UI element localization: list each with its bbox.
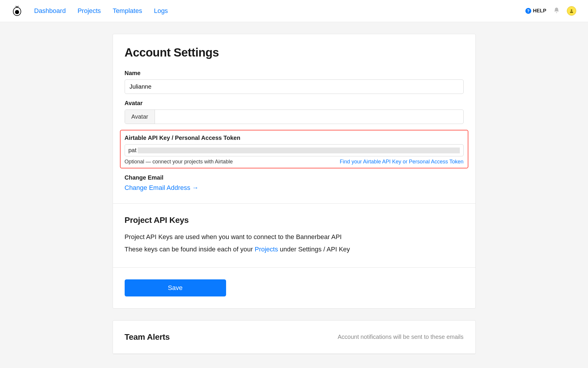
api-keys-desc-prefix: These keys can be found inside each of y… <box>125 246 255 253</box>
settings-card: Account Settings Name Avatar Avatar Airt… <box>113 34 476 309</box>
avatar-button[interactable]: Avatar <box>125 110 155 124</box>
help-label: HELP <box>533 8 546 14</box>
avatar-upload: Avatar <box>125 110 464 124</box>
api-keys-title: Project API Keys <box>125 216 464 225</box>
help-button[interactable]: ? HELP <box>525 8 546 14</box>
nav-projects[interactable]: Projects <box>78 7 101 15</box>
page-title: Account Settings <box>125 46 464 59</box>
nav-links: Dashboard Projects Templates Logs <box>34 7 168 15</box>
alerts-title: Team Alerts <box>125 332 170 342</box>
name-label: Name <box>125 70 464 77</box>
airtable-helper-row: Optional — connect your projects with Ai… <box>125 159 464 165</box>
airtable-input[interactable]: pat <box>125 144 464 156</box>
nav-right: ? HELP <box>525 6 576 16</box>
projects-link[interactable]: Projects <box>255 246 278 253</box>
airtable-section: Airtable API Key / Personal Access Token… <box>120 130 468 168</box>
notifications-icon[interactable] <box>553 7 560 15</box>
airtable-find-link[interactable]: Find your Airtable API Key or Personal A… <box>340 159 464 165</box>
logo[interactable] <box>12 6 22 16</box>
alerts-subtitle: Account notifications will be sent to th… <box>338 334 464 340</box>
airtable-prefix: pat <box>128 147 137 154</box>
api-keys-desc-2: These keys can be found inside each of y… <box>125 243 464 256</box>
save-button[interactable]: Save <box>125 279 226 296</box>
change-email-link[interactable]: Change Email Address → <box>125 184 199 191</box>
change-email-label: Change Email <box>125 174 464 181</box>
api-keys-desc-1: Project API Keys are used when you want … <box>125 231 464 243</box>
svg-point-1 <box>15 10 19 14</box>
airtable-label: Airtable API Key / Personal Access Token <box>125 135 464 141</box>
airtable-masked-value <box>138 147 460 153</box>
avatar-label: Avatar <box>125 100 464 107</box>
user-avatar[interactable] <box>567 6 576 16</box>
top-nav: Dashboard Projects Templates Logs ? HELP <box>0 0 588 22</box>
svg-point-4 <box>571 9 572 11</box>
svg-point-2 <box>16 11 17 12</box>
main-container: Account Settings Name Avatar Avatar Airt… <box>107 34 482 354</box>
help-icon: ? <box>525 8 531 14</box>
nav-logs[interactable]: Logs <box>154 7 168 15</box>
api-keys-desc-suffix: under Settings / API Key <box>278 246 350 253</box>
nav-dashboard[interactable]: Dashboard <box>34 7 66 15</box>
airtable-helper-text: Optional — connect your projects with Ai… <box>125 159 233 165</box>
alerts-card: Team Alerts Account notifications will b… <box>113 320 476 354</box>
svg-point-3 <box>17 11 18 12</box>
name-input[interactable] <box>125 79 464 94</box>
alerts-header: Team Alerts Account notifications will b… <box>125 332 464 342</box>
nav-templates[interactable]: Templates <box>113 7 142 15</box>
